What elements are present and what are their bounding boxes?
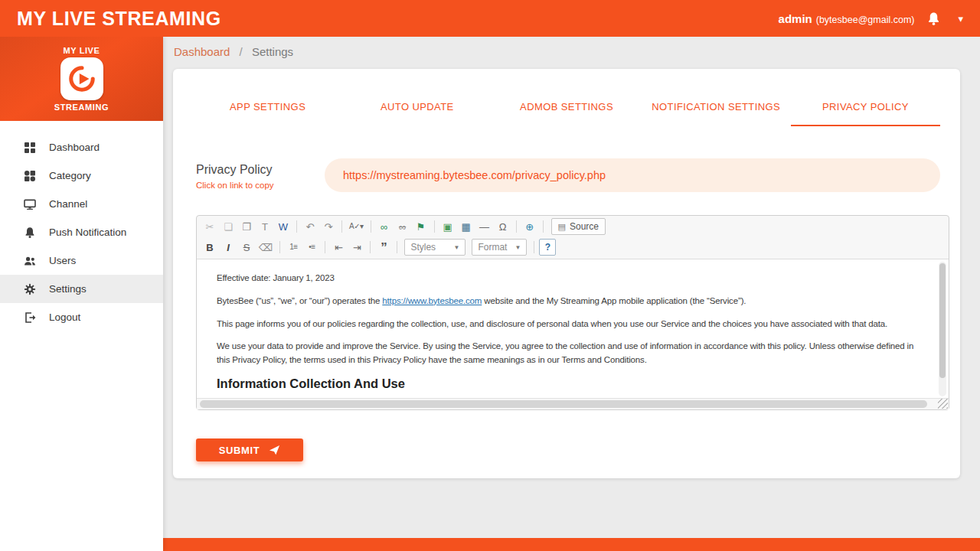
logo-text-bottom: STREAMING [54, 103, 109, 112]
sidebar-item-label: Category [49, 170, 91, 181]
numbered-list-button[interactable]: 1≡ [285, 239, 302, 256]
cut-button[interactable]: ✂ [201, 218, 218, 235]
paste-button[interactable]: ❐ [238, 218, 255, 235]
monitor-icon [23, 198, 36, 210]
copy-button[interactable]: ❏ [220, 218, 237, 235]
redo-button[interactable]: ↷ [320, 218, 337, 235]
toolbar-separator [371, 220, 371, 233]
app-logo[interactable]: MY LIVE STREAMING [0, 37, 163, 121]
format-dropdown[interactable]: Format ▼ [472, 239, 527, 256]
editor-paragraph: Effective date: January 1, 2023 [217, 272, 915, 285]
tab-notification-settings[interactable]: NOTIFICATION SETTINGS [642, 92, 791, 126]
horizontal-scrollbar[interactable] [197, 398, 949, 409]
notifications-bell-icon[interactable] [926, 11, 941, 26]
sidebar-item-category[interactable]: Category [0, 161, 163, 190]
toolbar-separator [516, 220, 517, 233]
editor-paragraph: We use your data to provide and improve … [217, 340, 915, 367]
play-logo-icon [60, 57, 103, 100]
caret-down-icon[interactable]: ▾ [953, 13, 963, 24]
sidebar-item-channel[interactable]: Channel [0, 190, 163, 218]
topbar: MY LIVE STREAMING admin (bytesbee@gmail.… [0, 0, 980, 37]
styles-dropdown-label: Styles [410, 242, 436, 253]
outdent-button[interactable]: ⇤ [330, 239, 347, 256]
submit-label: SUBMIT [219, 445, 260, 456]
vertical-scrollbar[interactable] [939, 262, 946, 396]
paragraph-text: BytesBee (“us”, “we”, or “our”) operates… [217, 296, 382, 305]
tab-privacy-policy[interactable]: PRIVACY POLICY [791, 92, 940, 126]
sidebar-item-dashboard[interactable]: Dashboard [0, 133, 163, 161]
strikethrough-button[interactable]: S [238, 239, 255, 256]
settings-card: APP SETTINGS AUTO UPDATE ADMOB SETTINGS … [173, 69, 960, 478]
breadcrumb-dashboard-link[interactable]: Dashboard [174, 45, 230, 58]
image-button[interactable]: ▣ [439, 218, 456, 235]
source-label: Source [570, 221, 599, 232]
paste-text-button[interactable]: T [256, 218, 273, 235]
bytesbee-link[interactable]: https://www.bytesbee.com [382, 296, 482, 305]
chevron-down-icon: ▼ [514, 244, 521, 251]
link-button[interactable]: ∞ [376, 218, 393, 235]
sidebar-item-label: Logout [49, 311, 80, 323]
topbar-right: admin (bytesbee@gmail.com) ▾ [779, 11, 963, 26]
unlink-button[interactable]: ∞ [394, 218, 411, 235]
sidebar-item-settings[interactable]: Settings [0, 275, 163, 303]
gear-icon [23, 283, 36, 295]
format-dropdown-label: Format [478, 242, 507, 253]
chevron-down-icon: ▼ [453, 244, 459, 251]
styles-dropdown[interactable]: Styles ▼ [404, 239, 466, 256]
dashboard-icon [23, 142, 36, 154]
about-button[interactable]: ? [539, 239, 556, 256]
breadcrumb: Dashboard / Settings [174, 45, 293, 58]
tab-admob-settings[interactable]: ADMOB SETTINGS [492, 92, 641, 126]
sidebar-item-users[interactable]: Users [0, 246, 163, 275]
sidebar-item-label: Channel [49, 198, 87, 210]
footer-bar [163, 538, 980, 551]
sidebar-item-logout[interactable]: Logout [0, 303, 163, 331]
special-char-button[interactable]: Ω [495, 218, 511, 235]
sidebar-item-label: Push Notification [49, 227, 126, 238]
indent-button[interactable]: ⇥ [348, 239, 365, 256]
anchor-button[interactable]: ⚑ [413, 218, 430, 235]
horizontal-line-button[interactable]: ― [476, 218, 493, 235]
toolbar-separator [434, 220, 435, 233]
privacy-url-row: Privacy Policy Click on link to copy htt… [196, 158, 940, 192]
privacy-field-label: Privacy Policy Click on link to copy [196, 158, 325, 190]
scrollbar-thumb[interactable] [939, 263, 946, 378]
toolbar-separator [543, 220, 544, 233]
main-content: Dashboard / Settings APP SETTINGS AUTO U… [163, 37, 980, 551]
submit-button[interactable]: SUBMIT [196, 439, 303, 461]
users-icon [23, 255, 36, 267]
breadcrumb-current: Settings [252, 45, 293, 58]
undo-button[interactable]: ↶ [302, 218, 318, 235]
tab-app-settings[interactable]: APP SETTINGS [193, 92, 342, 126]
privacy-policy-label: Privacy Policy [196, 163, 325, 177]
toolbar-separator [397, 241, 397, 253]
table-button[interactable]: ▦ [458, 218, 475, 235]
remove-format-button[interactable]: ⌫ [256, 239, 275, 256]
editor-paragraph: This page informs you of our policies re… [217, 318, 915, 331]
toolbar-separator [534, 241, 534, 253]
toolbar-separator [279, 241, 280, 253]
spellcheck-button[interactable]: A✓▾ [347, 218, 366, 235]
sidebar: MY LIVE STREAMING Dashboard Category Cha… [0, 37, 163, 551]
category-icon [23, 170, 36, 182]
blockquote-button[interactable]: ” [375, 239, 392, 256]
rich-text-editor: ✂ ❏ ❐ T W ↶ ↷ A✓▾ ∞ ∞ ⚑ ▣ ▦ ― Ω ⊕ [196, 215, 949, 410]
paste-word-button[interactable]: W [275, 218, 292, 235]
italic-button[interactable]: I [220, 239, 237, 256]
toolbar-separator [325, 241, 325, 253]
paragraph-text: website and the My Streaming App mobile … [482, 296, 746, 305]
bullet-list-button[interactable]: •≡ [303, 239, 320, 256]
bold-button[interactable]: B [201, 239, 218, 256]
scrollbar-thumb[interactable] [200, 400, 927, 408]
toolbar-separator [370, 241, 371, 253]
logo-text-top: MY LIVE [63, 46, 100, 55]
editor-content[interactable]: Effective date: January 1, 2023 BytesBee… [197, 259, 949, 398]
privacy-policy-url[interactable]: https://mystreaming.bytesbee.com/privacy… [325, 158, 940, 192]
tab-auto-update[interactable]: AUTO UPDATE [342, 92, 492, 126]
resize-grip[interactable] [938, 399, 948, 409]
user-menu[interactable]: admin (bytesbee@gmail.com) [779, 12, 915, 25]
editor-toolbar-row1: ✂ ❏ ❐ T W ↶ ↷ A✓▾ ∞ ∞ ⚑ ▣ ▦ ― Ω ⊕ [197, 216, 949, 237]
source-button[interactable]: ▤ Source [551, 218, 606, 235]
iframe-button[interactable]: ⊕ [521, 218, 538, 235]
sidebar-item-push-notification[interactable]: Push Notification [0, 218, 163, 246]
